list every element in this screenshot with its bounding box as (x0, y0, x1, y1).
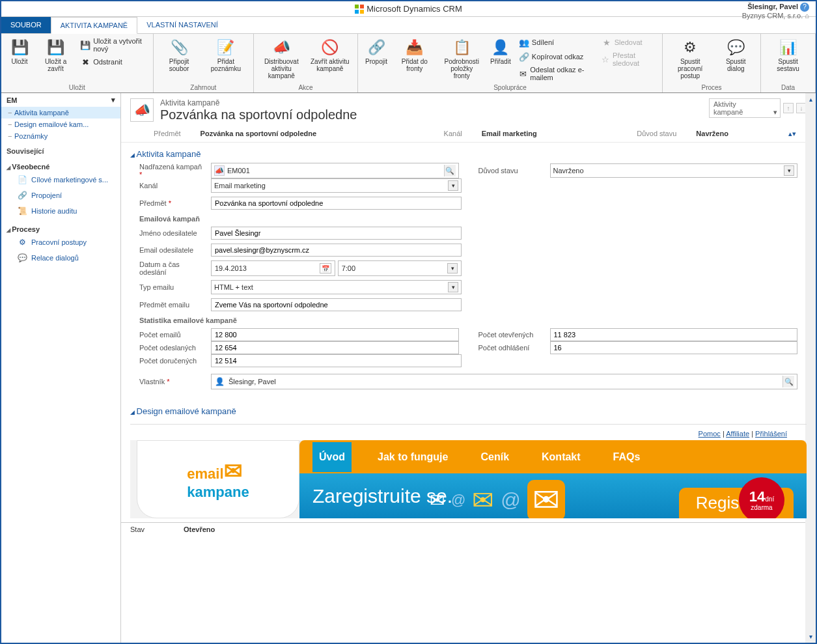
nav-item-design[interactable]: Design emailové kam... (1, 119, 120, 130)
preview-nav-pricing[interactable]: Ceník (474, 442, 516, 472)
calendar-icon[interactable]: 📅 (320, 263, 331, 273)
assign-button[interactable]: 👤Přiřadit (488, 36, 514, 66)
section-design-header[interactable]: Design emailové kampaně (121, 400, 816, 420)
save-close-button[interactable]: 💾Uložit a zavřít (36, 36, 75, 74)
nav-item-activity[interactable]: Aktivita kampaně (1, 107, 120, 119)
preview-nav: Úvod Jak to funguje Ceník Kontakt FAQs (299, 440, 807, 473)
sender-email-field[interactable] (211, 244, 462, 257)
status-bar: Stav Otevřeno (121, 522, 816, 536)
follow-button[interactable]: ★Sledovat (600, 36, 657, 49)
preview-top-links: Pomoc | Affiliate | Přihlášení (130, 427, 807, 440)
header-collapse-icon[interactable]: ▴▾ (788, 130, 796, 138)
count-delivered-field[interactable] (211, 354, 462, 367)
count-delivered-label: Počet doručených (139, 357, 204, 365)
vertical-scrollbar[interactable]: ▴▾ (805, 93, 816, 643)
user-icon: 👤 (214, 376, 225, 387)
run-workflow-button[interactable]: ⚙Spustit pracovní postup (668, 36, 712, 81)
save-new-button[interactable]: 💾Uložit a vytvořit nový (79, 36, 147, 54)
form-selector[interactable]: Aktivity kampaně▾ (709, 98, 781, 118)
scroll-up-icon[interactable]: ▴ (809, 93, 812, 105)
delete-button[interactable]: ✖Odstranit (79, 55, 147, 68)
preview-nav-faqs[interactable]: FAQs (607, 442, 647, 472)
home-icon[interactable]: ⌂ (805, 12, 809, 20)
parent-campaign-field[interactable]: 📣EM001🔍 (211, 163, 459, 178)
tab-campaign-activity[interactable]: AKTIVITA KAMPANĚ (51, 17, 138, 34)
current-org: Byznys CRM, s.r.o. (742, 12, 803, 20)
preview-logo: email✉kampane (137, 440, 299, 518)
subject-field[interactable] (211, 197, 462, 210)
copy-link-button[interactable]: 🔗Kopírovat odkaz (518, 50, 596, 63)
count-emails-field[interactable] (211, 328, 459, 341)
count-opened-field[interactable] (550, 328, 798, 341)
add-queue-button[interactable]: 📥Přidat do fronty (393, 36, 436, 74)
tab-file[interactable]: SOUBOR (1, 17, 51, 33)
nav-item-notes[interactable]: Poznámky (1, 130, 120, 142)
link-button[interactable]: 🔗Propojit (363, 36, 389, 66)
run-dialog-button[interactable]: 💬Spustit dialog (716, 36, 755, 74)
preview-badge: 14dnízdarma (739, 477, 784, 518)
email-link-button[interactable]: ✉Odeslat odkaz e-mailem (518, 64, 596, 83)
summary-channel-label: Kanál (444, 130, 462, 138)
sender-email-label: Email odesilatele (139, 246, 204, 254)
save-button[interactable]: 💾Uložit (7, 36, 33, 66)
help-icon[interactable]: ? (800, 3, 809, 12)
preview-nav-contact[interactable]: Kontakt (535, 442, 587, 472)
scroll-down-icon[interactable]: ▾ (809, 630, 812, 643)
preview-link-affiliate[interactable]: Affiliate (726, 430, 749, 438)
email-type-label: Typ emailu (139, 283, 204, 291)
nav-marketing-lists[interactable]: 📄Cílové marketingové s... (1, 172, 120, 188)
section-activity-header[interactable]: Aktivita kampaně (121, 143, 816, 163)
nav-general-header[interactable]: Všeobecné (1, 156, 120, 172)
nav-header[interactable]: EM▾ (1, 93, 120, 107)
count-sent-field[interactable] (211, 341, 459, 354)
lookup-icon[interactable]: 🔍 (782, 376, 794, 387)
status-label: Stav (130, 525, 145, 533)
run-report-button[interactable]: 📊Spustit sestavu (766, 36, 810, 74)
nav-workflows[interactable]: ⚙Pracovní postupy (1, 234, 120, 250)
ribbon-tabs: SOUBOR AKTIVITA KAMPANĚ VLASTNÍ NASTAVEN… (1, 17, 816, 34)
parent-campaign-label: Nadřazená kampaň* (139, 163, 204, 178)
attach-file-button[interactable]: 📎Připojit soubor (159, 36, 200, 74)
tab-custom[interactable]: VLASTNÍ NASTAVENÍ (137, 17, 227, 33)
send-time-field[interactable]: 7:00▾ (338, 260, 462, 276)
queue-detail-button[interactable]: 📋Podrobnosti položky fronty (440, 36, 484, 81)
count-unsub-field[interactable] (550, 341, 798, 354)
preview-nav-how[interactable]: Jak to funguje (371, 442, 454, 472)
nav-connections[interactable]: 🔗Propojení (1, 188, 120, 203)
svg-rect-0 (355, 5, 359, 8)
email-design-preview: Pomoc | Affiliate | Přihlášení email✉kam… (130, 424, 807, 518)
state-reason-field[interactable]: Navrženo▾ (550, 163, 798, 178)
unfollow-button[interactable]: ☆Přestat sledovat (600, 50, 657, 68)
add-note-button[interactable]: 📝Přidat poznámku (204, 36, 248, 74)
form-navigation: EM▾ Aktivita kampaně Design emailové kam… (1, 93, 121, 643)
distribute-icon: 📣 (271, 37, 292, 58)
report-icon: 📊 (778, 37, 799, 58)
follow-icon: ★ (602, 37, 612, 48)
distribute-button[interactable]: 📣Distribuovat aktivitu kampaně (259, 36, 303, 81)
delete-icon: ✖ (80, 57, 90, 67)
group-collab-label: Spolupráce (363, 83, 657, 91)
email-subject-field[interactable] (211, 298, 462, 311)
workflow-icon: ⚙ (680, 37, 700, 58)
prev-record-button[interactable]: ↑ (783, 103, 794, 113)
nav-dialogs[interactable]: 💬Relace dialogů (1, 250, 120, 266)
share-icon: 👥 (519, 37, 529, 48)
preview-link-help[interactable]: Pomoc (699, 430, 721, 438)
close-activity-button[interactable]: 🚫Zavřít aktivitu kampaně (308, 36, 352, 74)
lookup-icon[interactable]: 🔍 (444, 165, 456, 176)
preview-link-login[interactable]: Přihlášení (755, 430, 787, 438)
channel-field[interactable]: Email marketing▾ (211, 178, 462, 193)
envelope-icon: ✉ (527, 480, 565, 518)
email-type-field[interactable]: HTML + text▾ (211, 280, 462, 294)
link-icon: 🔗 (366, 37, 387, 58)
owner-field[interactable]: 👤Šlesingr, Pavel🔍 (211, 374, 797, 389)
share-button[interactable]: 👥Sdílení (518, 36, 596, 49)
title-bar: Microsoft Dynamics CRM Šlesingr, Pavel ?… (1, 1, 816, 17)
preview-nav-home[interactable]: Úvod (312, 442, 352, 472)
nav-audit[interactable]: 📜Historie auditu (1, 203, 120, 219)
count-unsub-label: Počet odhlášení (478, 344, 544, 352)
nav-processes-header[interactable]: Procesy (1, 219, 120, 234)
send-date-field[interactable]: 19.4.2013📅 (211, 260, 335, 276)
main-content: ▴▾ 📣 Aktivita kampaně Pozvánka na sporto… (121, 93, 816, 643)
sender-name-field[interactable] (211, 227, 462, 240)
